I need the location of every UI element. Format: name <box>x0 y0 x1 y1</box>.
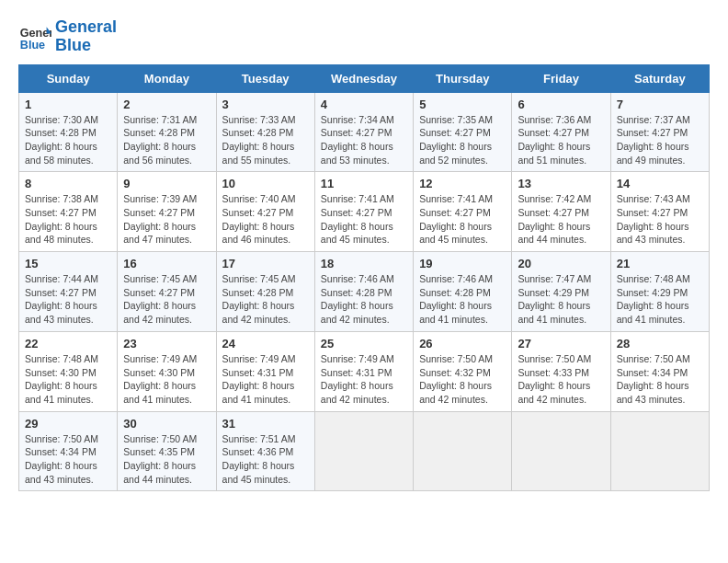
calendar-cell: 4 Sunrise: 7:34 AM Sunset: 4:27 PM Dayli… <box>314 92 413 172</box>
day-detail: Sunrise: 7:35 AM Sunset: 4:27 PM Dayligh… <box>419 113 506 167</box>
calendar-cell: 28 Sunrise: 7:50 AM Sunset: 4:34 PM Dayl… <box>610 331 709 411</box>
day-detail: Sunrise: 7:49 AM Sunset: 4:31 PM Dayligh… <box>222 352 309 407</box>
day-number: 7 <box>617 98 703 111</box>
calendar-cell: 12 Sunrise: 7:41 AM Sunset: 4:27 PM Dayl… <box>414 172 512 252</box>
day-number: 6 <box>518 98 604 111</box>
calendar-cell: 16 Sunrise: 7:45 AM Sunset: 4:27 PM Dayl… <box>118 252 216 332</box>
calendar-cell: 29 Sunrise: 7:50 AM Sunset: 4:34 PM Dayl… <box>19 411 118 491</box>
calendar-cell: 17 Sunrise: 7:45 AM Sunset: 4:28 PM Dayl… <box>216 252 314 332</box>
calendar-cell: 9 Sunrise: 7:39 AM Sunset: 4:27 PM Dayli… <box>118 172 216 252</box>
svg-text:Blue: Blue <box>20 38 45 51</box>
day-detail: Sunrise: 7:41 AM Sunset: 4:27 PM Dayligh… <box>419 192 506 247</box>
calendar-cell: 3 Sunrise: 7:33 AM Sunset: 4:28 PM Dayli… <box>216 92 314 172</box>
day-detail: Sunrise: 7:33 AM Sunset: 4:28 PM Dayligh… <box>222 113 309 167</box>
calendar-cell: 8 Sunrise: 7:38 AM Sunset: 4:27 PM Dayli… <box>19 172 118 252</box>
col-header-saturday: Saturday <box>610 64 709 92</box>
col-header-friday: Friday <box>512 64 610 92</box>
day-number: 27 <box>518 337 604 350</box>
calendar-cell: 20 Sunrise: 7:47 AM Sunset: 4:29 PM Dayl… <box>512 252 610 332</box>
day-number: 29 <box>25 417 111 431</box>
calendar-cell: 22 Sunrise: 7:48 AM Sunset: 4:30 PM Dayl… <box>19 331 118 411</box>
calendar-cell <box>414 411 512 491</box>
day-detail: Sunrise: 7:50 AM Sunset: 4:33 PM Dayligh… <box>518 352 604 407</box>
logo-line2: Blue <box>55 37 117 55</box>
day-number: 14 <box>617 177 703 190</box>
day-number: 17 <box>222 257 309 270</box>
logo-line1: General <box>55 18 117 37</box>
day-detail: Sunrise: 7:46 AM Sunset: 4:28 PM Dayligh… <box>419 272 506 327</box>
calendar-cell: 30 Sunrise: 7:50 AM Sunset: 4:35 PM Dayl… <box>118 411 216 491</box>
day-number: 10 <box>222 177 309 190</box>
logo-icon: General Blue <box>18 20 51 53</box>
day-detail: Sunrise: 7:44 AM Sunset: 4:27 PM Dayligh… <box>25 272 111 327</box>
day-detail: Sunrise: 7:50 AM Sunset: 4:34 PM Dayligh… <box>25 432 111 487</box>
calendar-cell: 23 Sunrise: 7:49 AM Sunset: 4:30 PM Dayl… <box>118 331 216 411</box>
day-number: 8 <box>25 177 111 190</box>
day-detail: Sunrise: 7:48 AM Sunset: 4:29 PM Dayligh… <box>617 272 703 327</box>
day-number: 21 <box>617 257 703 270</box>
calendar-cell: 19 Sunrise: 7:46 AM Sunset: 4:28 PM Dayl… <box>414 252 512 332</box>
calendar-cell <box>610 411 709 491</box>
day-number: 3 <box>222 98 309 111</box>
day-detail: Sunrise: 7:38 AM Sunset: 4:27 PM Dayligh… <box>25 192 111 247</box>
day-detail: Sunrise: 7:50 AM Sunset: 4:35 PM Dayligh… <box>123 432 210 487</box>
day-detail: Sunrise: 7:39 AM Sunset: 4:27 PM Dayligh… <box>123 192 210 247</box>
day-number: 9 <box>123 177 210 190</box>
day-number: 19 <box>419 257 506 270</box>
day-number: 4 <box>321 98 407 111</box>
calendar-cell: 14 Sunrise: 7:43 AM Sunset: 4:27 PM Dayl… <box>610 172 709 252</box>
day-number: 25 <box>321 337 407 350</box>
day-detail: Sunrise: 7:47 AM Sunset: 4:29 PM Dayligh… <box>518 272 604 327</box>
calendar-cell: 10 Sunrise: 7:40 AM Sunset: 4:27 PM Dayl… <box>216 172 314 252</box>
col-header-tuesday: Tuesday <box>216 64 314 92</box>
day-number: 26 <box>419 337 506 350</box>
day-detail: Sunrise: 7:49 AM Sunset: 4:30 PM Dayligh… <box>123 352 210 407</box>
calendar-cell: 25 Sunrise: 7:49 AM Sunset: 4:31 PM Dayl… <box>314 331 413 411</box>
calendar-cell: 15 Sunrise: 7:44 AM Sunset: 4:27 PM Dayl… <box>19 252 118 332</box>
day-detail: Sunrise: 7:48 AM Sunset: 4:30 PM Dayligh… <box>25 352 111 407</box>
day-number: 12 <box>419 177 506 190</box>
day-detail: Sunrise: 7:49 AM Sunset: 4:31 PM Dayligh… <box>321 352 407 407</box>
calendar-cell: 31 Sunrise: 7:51 AM Sunset: 4:36 PM Dayl… <box>216 411 314 491</box>
calendar-cell: 27 Sunrise: 7:50 AM Sunset: 4:33 PM Dayl… <box>512 331 610 411</box>
day-detail: Sunrise: 7:36 AM Sunset: 4:27 PM Dayligh… <box>518 113 604 167</box>
day-detail: Sunrise: 7:51 AM Sunset: 4:36 PM Dayligh… <box>222 432 309 487</box>
logo: General Blue General Blue <box>18 18 117 55</box>
day-detail: Sunrise: 7:41 AM Sunset: 4:27 PM Dayligh… <box>321 192 407 247</box>
day-number: 22 <box>25 337 111 350</box>
calendar-cell: 2 Sunrise: 7:31 AM Sunset: 4:28 PM Dayli… <box>118 92 216 172</box>
calendar-cell: 18 Sunrise: 7:46 AM Sunset: 4:28 PM Dayl… <box>314 252 413 332</box>
day-number: 1 <box>25 98 111 111</box>
day-detail: Sunrise: 7:37 AM Sunset: 4:27 PM Dayligh… <box>617 113 703 167</box>
calendar-cell: 13 Sunrise: 7:42 AM Sunset: 4:27 PM Dayl… <box>512 172 610 252</box>
day-number: 30 <box>123 417 210 431</box>
day-detail: Sunrise: 7:50 AM Sunset: 4:32 PM Dayligh… <box>419 352 506 407</box>
day-detail: Sunrise: 7:31 AM Sunset: 4:28 PM Dayligh… <box>123 113 210 167</box>
day-detail: Sunrise: 7:50 AM Sunset: 4:34 PM Dayligh… <box>617 352 703 407</box>
calendar-cell: 21 Sunrise: 7:48 AM Sunset: 4:29 PM Dayl… <box>610 252 709 332</box>
day-number: 20 <box>518 257 604 270</box>
day-detail: Sunrise: 7:40 AM Sunset: 4:27 PM Dayligh… <box>222 192 309 247</box>
day-number: 24 <box>222 337 309 350</box>
day-number: 16 <box>123 257 210 270</box>
day-number: 13 <box>518 177 604 190</box>
day-detail: Sunrise: 7:34 AM Sunset: 4:27 PM Dayligh… <box>321 113 407 167</box>
day-number: 11 <box>321 177 407 190</box>
day-number: 18 <box>321 257 407 270</box>
col-header-monday: Monday <box>118 64 216 92</box>
day-number: 15 <box>25 257 111 270</box>
day-detail: Sunrise: 7:42 AM Sunset: 4:27 PM Dayligh… <box>518 192 604 247</box>
col-header-thursday: Thursday <box>414 64 512 92</box>
calendar-cell: 1 Sunrise: 7:30 AM Sunset: 4:28 PM Dayli… <box>19 92 118 172</box>
calendar-table: SundayMondayTuesdayWednesdayThursdayFrid… <box>18 64 710 492</box>
day-number: 2 <box>123 98 210 111</box>
day-detail: Sunrise: 7:30 AM Sunset: 4:28 PM Dayligh… <box>25 113 111 167</box>
page-header: General Blue General Blue <box>18 18 710 55</box>
day-detail: Sunrise: 7:45 AM Sunset: 4:28 PM Dayligh… <box>222 272 309 327</box>
calendar-cell: 26 Sunrise: 7:50 AM Sunset: 4:32 PM Dayl… <box>414 331 512 411</box>
day-detail: Sunrise: 7:45 AM Sunset: 4:27 PM Dayligh… <box>123 272 210 327</box>
day-number: 23 <box>123 337 210 350</box>
day-number: 31 <box>222 417 309 431</box>
calendar-cell: 24 Sunrise: 7:49 AM Sunset: 4:31 PM Dayl… <box>216 331 314 411</box>
day-number: 5 <box>419 98 506 111</box>
